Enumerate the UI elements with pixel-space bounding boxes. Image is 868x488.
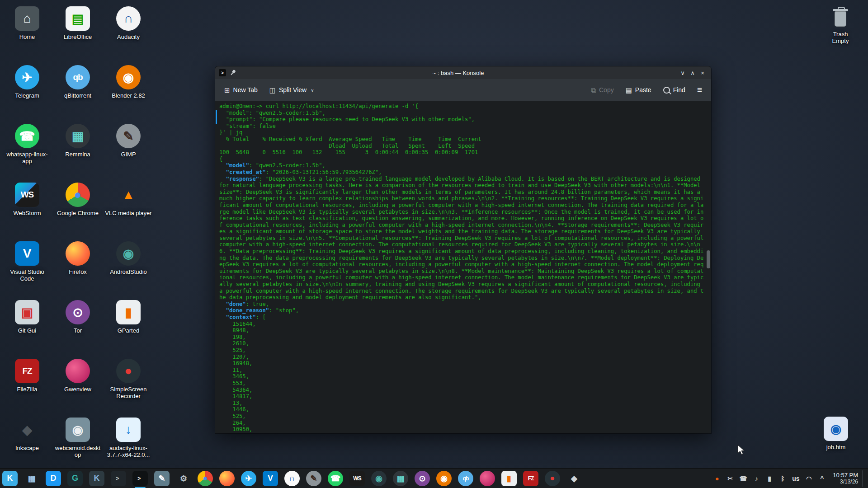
taskbar-item-filezilla[interactable]: FZ <box>523 471 538 486</box>
taskbar-item-remmina[interactable]: ▦ <box>393 471 408 486</box>
desktop-item-home[interactable]: ⌂ Home <box>2 3 52 61</box>
taskbar-item-firefox[interactable] <box>219 471 235 486</box>
dolphin-icon: D <box>46 471 61 486</box>
new-tab-button[interactable]: ⊞ New Tab <box>220 83 262 97</box>
taskbar-item-inkscape[interactable]: ◆ <box>566 471 582 486</box>
tray-item-bluetooth[interactable]: ᛒ <box>778 475 787 482</box>
tray-item-battery[interactable]: ▮ <box>765 475 774 482</box>
desktop-item-google-chrome[interactable]: ● Google Chrome <box>52 179 103 238</box>
desktop-item-inkscape[interactable]: ◆ Inkscape <box>2 414 52 473</box>
taskbar-item-tor[interactable]: ⊙ <box>415 471 430 486</box>
desktop-item-blender[interactable]: ◉ Blender 2.82 <box>103 61 154 120</box>
tray-item-network-wifi[interactable]: ◠ <box>804 475 813 482</box>
desktop-item-firefox[interactable]: Firefox <box>52 238 103 296</box>
menu-icon[interactable]: ≡ <box>693 82 707 98</box>
desktop-icon-label: qBittorrent <box>64 92 91 99</box>
desktop-item-filezilla[interactable]: FZ FileZilla <box>2 355 52 414</box>
close-button[interactable]: × <box>698 70 708 76</box>
taskbar-item-yakuake[interactable]: >_ <box>111 471 126 486</box>
job-htm-label: job.htm <box>826 444 846 450</box>
taskbar-item-system-settings[interactable]: ⚙ <box>176 471 191 486</box>
desktop-item-remmina[interactable]: ▦ Remmina <box>52 120 103 179</box>
blender-icon: ◉ <box>436 471 452 486</box>
terminal-scrollbar-thumb[interactable] <box>707 250 710 268</box>
find-button[interactable]: Find <box>659 83 690 97</box>
terminal-output: admin@Omen:~> curl http://localhost:1143… <box>215 101 711 433</box>
desktop-item-audacity[interactable]: ∩ Audacity <box>103 3 154 61</box>
taskbar-item-kde-launcher[interactable]: K <box>2 471 18 486</box>
paste-button[interactable]: ▤ Paste <box>621 83 656 97</box>
desktop-item-git-gui[interactable]: ▣ Git Gui <box>2 296 52 355</box>
tray-item-klipper-clipboard[interactable]: ✂ <box>726 475 735 482</box>
konsole-app-icon: > <box>219 69 226 76</box>
taskbar-item-audacity[interactable]: ∩ <box>284 471 300 486</box>
taskbar-item-simplescreenrecorder[interactable]: ● <box>545 471 560 486</box>
split-view-button[interactable]: ◫ Split View ∨ <box>265 83 319 97</box>
minimize-button[interactable]: ∨ <box>678 70 688 76</box>
tray-item-update-notifier[interactable]: ● <box>712 475 722 482</box>
taskbar: K ▦ D G K >_ >_ ✎ ⚙ ● ✈ <box>0 468 868 488</box>
terminal-area[interactable]: admin@Omen:~> curl http://localhost:1143… <box>215 101 711 433</box>
taskbar-item-dolphin[interactable]: D <box>46 471 61 486</box>
google-chrome-icon: ● <box>198 471 213 486</box>
gitkraken-icon: G <box>67 471 83 486</box>
taskbar-item-android-studio[interactable]: ◉ <box>371 471 387 486</box>
qbittorrent-icon: qb <box>66 65 90 89</box>
desktop-item-webcamoid[interactable]: ◉ webcamoid.desktop <box>52 414 103 473</box>
desktop-item-webstorm[interactable]: WS WebStorm <box>2 179 52 238</box>
desktop-item-simplescreenrecorder[interactable]: ● SimpleScreen Recorder <box>103 355 154 414</box>
desktop-icon-label: Visual Studio Code <box>3 268 51 282</box>
taskbar-item-virtual-desktops-pager[interactable]: ▦ <box>24 471 39 486</box>
simplescreenrecorder-icon: ● <box>116 359 141 383</box>
maximize-button[interactable]: ∧ <box>688 70 698 76</box>
tray-item-expand-tray[interactable]: ^ <box>817 475 826 482</box>
window-titlebar[interactable]: > ~ : bash — Konsole ∨ ∧ × <box>215 66 711 79</box>
desktop-item-tor[interactable]: ⊙ Tor <box>52 296 103 355</box>
taskbar-item-webstorm[interactable]: WS <box>349 471 365 486</box>
desktop-item-android-studio[interactable]: ◉ AndroidStudio <box>103 238 154 296</box>
desktop-item-qbittorrent[interactable]: qb qBittorrent <box>52 61 103 120</box>
desktop-item-whatsapp[interactable]: ☎ whatsapp-linux-app <box>2 120 52 179</box>
clock[interactable]: 10:57 PM 3/13/26 <box>833 472 858 485</box>
pin-icon[interactable] <box>228 68 237 77</box>
desktop-icon-label: GIMP <box>121 151 136 158</box>
desktop-item-vscode[interactable]: V Visual Studio Code <box>2 238 52 296</box>
desktop-item-audacity-appimage[interactable]: ↓ audacity-linux-3.7.7-x64-22.0... <box>103 414 154 473</box>
taskbar-item-vscode[interactable]: V <box>263 471 278 486</box>
desktop-item-vlc[interactable]: ▲ VLC media player <box>103 179 154 238</box>
taskbar-item-blender[interactable]: ◉ <box>436 471 452 486</box>
libreoffice-icon: ▤ <box>66 6 90 31</box>
desktop-item-gimp[interactable]: ✎ GIMP <box>103 120 154 179</box>
audacity-icon: ∩ <box>284 471 300 486</box>
taskbar-item-gparted[interactable]: ▮ <box>501 471 517 486</box>
desktop-item-libreoffice[interactable]: ▤ LibreOffice <box>52 3 103 61</box>
desktop-item-gparted[interactable]: ▮ GParted <box>103 296 154 355</box>
desktop-icon-label: Home <box>19 33 35 40</box>
taskbar-item-telegram[interactable]: ✈ <box>241 471 256 486</box>
desktop-item-telegram[interactable]: ✈ Telegram <box>2 61 52 120</box>
trash-desktop-item[interactable]: Trash Empty <box>821 5 860 44</box>
taskbar-item-whatsapp[interactable]: ☎ <box>328 471 343 486</box>
taskbar-item-gitkraken[interactable]: G <box>67 471 83 486</box>
copy-button[interactable]: ⧉ Copy <box>586 83 618 97</box>
telegram-icon: ✈ <box>15 65 39 89</box>
clock-time: 10:57 PM <box>833 472 858 479</box>
taskbar-item-gwenview[interactable] <box>480 471 495 486</box>
filezilla-icon: FZ <box>15 359 39 383</box>
tray-item-kdeconnect[interactable]: ☎ <box>739 475 748 482</box>
desktop-item-gwenview[interactable]: Gwenview <box>52 355 103 414</box>
paste-label: Paste <box>635 86 651 94</box>
show-desktop-strip[interactable] <box>862 470 866 487</box>
taskbar-item-google-chrome[interactable]: ● <box>198 471 213 486</box>
tray-item-keyboard-layout[interactable]: us <box>791 475 800 482</box>
kdevelop-icon: K <box>89 471 104 486</box>
tray-item-volume[interactable]: ♪ <box>752 475 761 482</box>
tor-icon: ⊙ <box>66 300 90 324</box>
taskbar-item-kdevelop[interactable]: K <box>89 471 104 486</box>
job-htm-desktop-item[interactable]: ◉ job.htm <box>816 417 855 450</box>
taskbar-item-gimp[interactable]: ✎ <box>306 471 321 486</box>
taskbar-item-kate[interactable]: ✎ <box>154 471 170 486</box>
taskbar-item-konsole[interactable]: >_ <box>132 471 148 486</box>
trash-icon <box>831 5 850 28</box>
taskbar-item-qbittorrent[interactable]: qb <box>458 471 473 486</box>
